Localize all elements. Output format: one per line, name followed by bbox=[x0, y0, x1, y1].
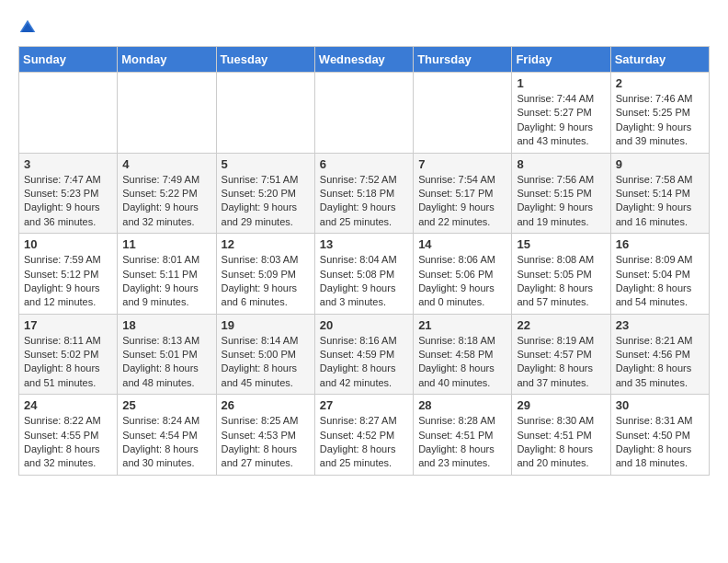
day-number: 4 bbox=[122, 157, 210, 171]
day-number: 23 bbox=[616, 318, 704, 332]
week-row-3: 10Sunrise: 7:59 AM Sunset: 5:12 PM Dayli… bbox=[19, 234, 710, 315]
day-number: 27 bbox=[320, 398, 408, 412]
day-number: 1 bbox=[517, 76, 605, 90]
day-number: 14 bbox=[418, 237, 506, 251]
calendar-cell: 26Sunrise: 8:25 AM Sunset: 4:53 PM Dayli… bbox=[216, 395, 314, 476]
calendar-cell: 25Sunrise: 8:24 AM Sunset: 4:54 PM Dayli… bbox=[118, 395, 216, 476]
calendar-cell: 28Sunrise: 8:28 AM Sunset: 4:51 PM Dayli… bbox=[414, 395, 512, 476]
day-info: Sunrise: 7:58 AM Sunset: 5:14 PM Dayligh… bbox=[616, 173, 704, 230]
calendar-cell: 10Sunrise: 7:59 AM Sunset: 5:12 PM Dayli… bbox=[19, 234, 118, 315]
calendar-cell: 1Sunrise: 7:44 AM Sunset: 5:27 PM Daylig… bbox=[512, 73, 610, 154]
day-number: 24 bbox=[24, 398, 112, 412]
calendar-cell: 22Sunrise: 8:19 AM Sunset: 4:57 PM Dayli… bbox=[512, 314, 610, 395]
calendar-cell: 16Sunrise: 8:09 AM Sunset: 5:04 PM Dayli… bbox=[610, 234, 709, 315]
day-info: Sunrise: 8:04 AM Sunset: 5:08 PM Dayligh… bbox=[320, 253, 408, 310]
calendar-cell: 29Sunrise: 8:30 AM Sunset: 4:51 PM Dayli… bbox=[512, 395, 610, 476]
day-info: Sunrise: 8:18 AM Sunset: 4:58 PM Dayligh… bbox=[418, 334, 506, 391]
header-wednesday: Wednesday bbox=[314, 47, 413, 73]
header-thursday: Thursday bbox=[414, 47, 512, 73]
calendar-cell: 23Sunrise: 8:21 AM Sunset: 4:56 PM Dayli… bbox=[610, 314, 709, 395]
calendar-cell: 7Sunrise: 7:54 AM Sunset: 5:17 PM Daylig… bbox=[414, 153, 512, 234]
week-row-1: 1Sunrise: 7:44 AM Sunset: 5:27 PM Daylig… bbox=[19, 73, 710, 154]
day-number: 20 bbox=[320, 318, 408, 332]
calendar-cell: 30Sunrise: 8:31 AM Sunset: 4:50 PM Dayli… bbox=[610, 395, 709, 476]
calendar-cell: 17Sunrise: 8:11 AM Sunset: 5:02 PM Dayli… bbox=[19, 314, 118, 395]
calendar-cell: 2Sunrise: 7:46 AM Sunset: 5:25 PM Daylig… bbox=[610, 73, 709, 154]
day-number: 29 bbox=[517, 398, 605, 412]
day-info: Sunrise: 8:13 AM Sunset: 5:01 PM Dayligh… bbox=[122, 334, 210, 391]
day-info: Sunrise: 7:49 AM Sunset: 5:22 PM Dayligh… bbox=[122, 173, 210, 230]
day-number: 8 bbox=[517, 157, 605, 171]
calendar-cell: 3Sunrise: 7:47 AM Sunset: 5:23 PM Daylig… bbox=[19, 153, 118, 234]
page-header bbox=[18, 18, 710, 37]
day-info: Sunrise: 7:59 AM Sunset: 5:12 PM Dayligh… bbox=[24, 253, 112, 310]
header-saturday: Saturday bbox=[610, 47, 709, 73]
day-info: Sunrise: 8:19 AM Sunset: 4:57 PM Dayligh… bbox=[517, 334, 605, 391]
day-number: 12 bbox=[222, 237, 310, 251]
calendar-cell: 13Sunrise: 8:04 AM Sunset: 5:08 PM Dayli… bbox=[314, 234, 413, 315]
day-number: 7 bbox=[418, 157, 506, 171]
calendar-cell bbox=[19, 73, 118, 154]
day-number: 13 bbox=[320, 237, 408, 251]
week-row-2: 3Sunrise: 7:47 AM Sunset: 5:23 PM Daylig… bbox=[19, 153, 710, 234]
day-info: Sunrise: 7:51 AM Sunset: 5:20 PM Dayligh… bbox=[222, 173, 310, 230]
day-number: 16 bbox=[616, 237, 704, 251]
calendar-header-row: SundayMondayTuesdayWednesdayThursdayFrid… bbox=[19, 47, 710, 73]
calendar-cell: 21Sunrise: 8:18 AM Sunset: 4:58 PM Dayli… bbox=[414, 314, 512, 395]
calendar-cell bbox=[314, 73, 413, 154]
calendar-cell: 15Sunrise: 8:08 AM Sunset: 5:05 PM Dayli… bbox=[512, 234, 610, 315]
calendar-cell: 19Sunrise: 8:14 AM Sunset: 5:00 PM Dayli… bbox=[216, 314, 314, 395]
calendar-cell: 27Sunrise: 8:27 AM Sunset: 4:52 PM Dayli… bbox=[314, 395, 413, 476]
day-number: 15 bbox=[517, 237, 605, 251]
logo-icon bbox=[18, 18, 37, 37]
day-info: Sunrise: 7:46 AM Sunset: 5:25 PM Dayligh… bbox=[616, 92, 704, 149]
calendar-cell bbox=[414, 73, 512, 154]
calendar-cell: 11Sunrise: 8:01 AM Sunset: 5:11 PM Dayli… bbox=[118, 234, 216, 315]
day-number: 18 bbox=[122, 318, 210, 332]
day-info: Sunrise: 8:30 AM Sunset: 4:51 PM Dayligh… bbox=[517, 414, 605, 471]
calendar-cell: 5Sunrise: 7:51 AM Sunset: 5:20 PM Daylig… bbox=[216, 153, 314, 234]
day-info: Sunrise: 8:16 AM Sunset: 4:59 PM Dayligh… bbox=[320, 334, 408, 391]
day-info: Sunrise: 7:56 AM Sunset: 5:15 PM Dayligh… bbox=[517, 173, 605, 230]
day-info: Sunrise: 7:44 AM Sunset: 5:27 PM Dayligh… bbox=[517, 92, 605, 149]
day-info: Sunrise: 7:54 AM Sunset: 5:17 PM Dayligh… bbox=[418, 173, 506, 230]
day-info: Sunrise: 7:52 AM Sunset: 5:18 PM Dayligh… bbox=[320, 173, 408, 230]
header-friday: Friday bbox=[512, 47, 610, 73]
day-number: 5 bbox=[222, 157, 310, 171]
day-number: 28 bbox=[418, 398, 506, 412]
day-number: 17 bbox=[24, 318, 112, 332]
calendar-cell: 24Sunrise: 8:22 AM Sunset: 4:55 PM Dayli… bbox=[19, 395, 118, 476]
day-info: Sunrise: 8:22 AM Sunset: 4:55 PM Dayligh… bbox=[24, 414, 112, 471]
day-number: 3 bbox=[24, 157, 112, 171]
week-row-4: 17Sunrise: 8:11 AM Sunset: 5:02 PM Dayli… bbox=[19, 314, 710, 395]
day-info: Sunrise: 8:25 AM Sunset: 4:53 PM Dayligh… bbox=[222, 414, 310, 471]
calendar-cell: 6Sunrise: 7:52 AM Sunset: 5:18 PM Daylig… bbox=[314, 153, 413, 234]
day-info: Sunrise: 8:11 AM Sunset: 5:02 PM Dayligh… bbox=[24, 334, 112, 391]
header-sunday: Sunday bbox=[19, 47, 118, 73]
calendar-cell bbox=[216, 73, 314, 154]
day-info: Sunrise: 8:24 AM Sunset: 4:54 PM Dayligh… bbox=[122, 414, 210, 471]
day-info: Sunrise: 7:47 AM Sunset: 5:23 PM Dayligh… bbox=[24, 173, 112, 230]
calendar-cell: 4Sunrise: 7:49 AM Sunset: 5:22 PM Daylig… bbox=[118, 153, 216, 234]
day-info: Sunrise: 8:09 AM Sunset: 5:04 PM Dayligh… bbox=[616, 253, 704, 310]
day-info: Sunrise: 8:31 AM Sunset: 4:50 PM Dayligh… bbox=[616, 414, 704, 471]
day-info: Sunrise: 8:21 AM Sunset: 4:56 PM Dayligh… bbox=[616, 334, 704, 391]
calendar-cell: 12Sunrise: 8:03 AM Sunset: 5:09 PM Dayli… bbox=[216, 234, 314, 315]
calendar-cell: 14Sunrise: 8:06 AM Sunset: 5:06 PM Dayli… bbox=[414, 234, 512, 315]
day-number: 22 bbox=[517, 318, 605, 332]
day-info: Sunrise: 8:01 AM Sunset: 5:11 PM Dayligh… bbox=[122, 253, 210, 310]
day-info: Sunrise: 8:08 AM Sunset: 5:05 PM Dayligh… bbox=[517, 253, 605, 310]
day-number: 26 bbox=[222, 398, 310, 412]
day-number: 9 bbox=[616, 157, 704, 171]
header-monday: Monday bbox=[118, 47, 216, 73]
calendar-cell: 20Sunrise: 8:16 AM Sunset: 4:59 PM Dayli… bbox=[314, 314, 413, 395]
day-info: Sunrise: 8:27 AM Sunset: 4:52 PM Dayligh… bbox=[320, 414, 408, 471]
calendar-cell: 8Sunrise: 7:56 AM Sunset: 5:15 PM Daylig… bbox=[512, 153, 610, 234]
calendar-cell: 18Sunrise: 8:13 AM Sunset: 5:01 PM Dayli… bbox=[118, 314, 216, 395]
logo bbox=[18, 18, 40, 37]
day-info: Sunrise: 8:03 AM Sunset: 5:09 PM Dayligh… bbox=[222, 253, 310, 310]
day-number: 21 bbox=[418, 318, 506, 332]
day-info: Sunrise: 8:14 AM Sunset: 5:00 PM Dayligh… bbox=[222, 334, 310, 391]
day-number: 11 bbox=[122, 237, 210, 251]
header-tuesday: Tuesday bbox=[216, 47, 314, 73]
